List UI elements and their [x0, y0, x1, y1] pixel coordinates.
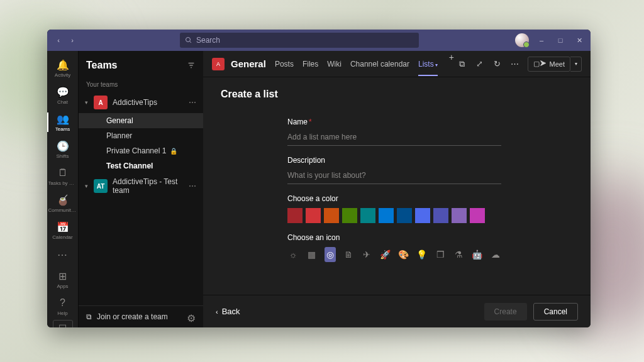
- channel-row[interactable]: Private Channel 1🔒: [79, 143, 203, 158]
- teams-panel: Teams Your teams ▾AAddictiveTips⋯General…: [79, 51, 203, 327]
- icon-option-airplane[interactable]: ✈: [361, 247, 372, 262]
- minimize-button[interactable]: –: [535, 34, 548, 47]
- team-row[interactable]: ▾AAddictiveTips⋯: [79, 92, 203, 113]
- filter-icon[interactable]: [187, 61, 196, 70]
- add-tab-button[interactable]: +: [447, 52, 457, 76]
- icon-option-cube[interactable]: ❒: [435, 247, 446, 262]
- profile-avatar[interactable]: [515, 33, 529, 47]
- svg-point-0: [186, 38, 191, 42]
- icon-option-palette[interactable]: 🎨: [398, 247, 409, 262]
- channel-row[interactable]: Test Channel: [79, 158, 203, 173]
- tab-channel-calendar[interactable]: Channel calendar: [350, 52, 409, 76]
- team-more-button[interactable]: ⋯: [189, 98, 197, 107]
- join-icon: ⧉: [86, 312, 92, 321]
- rail-label: Teams: [55, 126, 70, 132]
- nav-forward-button[interactable]: ›: [66, 34, 79, 47]
- palette-icon: 🎨: [398, 250, 409, 260]
- tab-lists[interactable]: Lists▾: [418, 52, 438, 76]
- channel-name: General: [106, 116, 133, 125]
- channel-name: Planner: [106, 131, 132, 140]
- rail-item-tasks[interactable]: 🗒Tasks by Pl...: [47, 163, 79, 190]
- rail-item-calendar[interactable]: 📅Calendar: [47, 217, 79, 244]
- lock-icon: 🔒: [170, 148, 177, 155]
- color-swatch-4[interactable]: [360, 208, 375, 223]
- nav-back-button[interactable]: ‹: [52, 34, 65, 47]
- page-title: Create a list: [221, 89, 573, 100]
- team-name: AddictiveTips: [113, 98, 189, 107]
- icon-option-calendar[interactable]: ▦: [306, 247, 317, 262]
- team-name: AddictiveTips - Test team: [113, 177, 189, 195]
- manage-teams-gear-icon[interactable]: ⚙: [187, 312, 196, 321]
- rail-item-activity[interactable]: 🔔Activity: [47, 55, 79, 82]
- icon-option-lightbulb[interactable]: 💡: [416, 247, 428, 262]
- list-name-input[interactable]: [287, 130, 501, 146]
- fullscreen-icon[interactable]: ⤢: [475, 59, 485, 69]
- icon-option-list[interactable]: ☼: [287, 247, 299, 262]
- rail-more-button[interactable]: ⋯: [57, 244, 69, 266]
- list-description-input[interactable]: [287, 168, 501, 184]
- color-swatch-9[interactable]: [452, 208, 467, 223]
- choose-icon-label: Choose an icon: [287, 233, 501, 242]
- rail-item-personal[interactable]: ▭: [53, 320, 73, 327]
- icon-option-flask[interactable]: ⚗: [453, 247, 464, 262]
- expand-tab-icon[interactable]: ⧉: [457, 59, 467, 69]
- team-avatar: AT: [94, 179, 108, 193]
- meet-dropdown-button[interactable]: ▾: [570, 57, 582, 72]
- color-swatch-8[interactable]: [433, 208, 448, 223]
- create-button[interactable]: Create: [484, 303, 527, 321]
- search-placeholder: Search: [196, 36, 220, 45]
- apps-icon: ⊞: [57, 270, 69, 282]
- rail-item-chat[interactable]: 💬Chat: [47, 82, 79, 109]
- back-button[interactable]: ‹ Back: [216, 307, 240, 316]
- channel-row[interactable]: Planner: [79, 128, 203, 143]
- team-row[interactable]: ▾ATAddictiveTips - Test team⋯: [79, 173, 203, 199]
- channel-name: Private Channel 1: [106, 146, 166, 155]
- meet-button[interactable]: ▢⮞ Meet: [528, 57, 570, 72]
- rail-item-apps[interactable]: ⊞Apps: [47, 266, 79, 293]
- tasks-icon: 🗒: [57, 167, 69, 179]
- icon-option-target[interactable]: ◎: [325, 247, 336, 262]
- icon-option-robot[interactable]: 🤖: [472, 247, 483, 262]
- list-icon: ☼: [289, 250, 297, 260]
- name-field-label: Name*: [287, 118, 501, 126]
- color-swatch-7[interactable]: [415, 208, 430, 223]
- join-create-team-button[interactable]: ⧉ Join or create a team: [86, 312, 187, 321]
- color-swatch-10[interactable]: [470, 208, 485, 223]
- search-input[interactable]: Search: [180, 33, 419, 48]
- maximize-button[interactable]: □: [554, 34, 567, 47]
- rail-item-communities[interactable]: 🧉Communities: [47, 190, 79, 217]
- tab-files[interactable]: Files: [303, 52, 318, 76]
- tab-wiki[interactable]: Wiki: [327, 52, 341, 76]
- channel-avatar: A: [212, 58, 225, 70]
- team-more-button[interactable]: ⋯: [189, 182, 197, 190]
- search-icon: [185, 36, 192, 44]
- cancel-button[interactable]: Cancel: [533, 303, 578, 321]
- color-swatch-0[interactable]: [287, 208, 303, 223]
- rail-label: Activity: [55, 72, 70, 78]
- color-swatch-6[interactable]: [397, 208, 412, 223]
- color-swatch-1[interactable]: [306, 208, 321, 223]
- color-swatch-2[interactable]: [324, 208, 339, 223]
- color-swatch-5[interactable]: [379, 208, 394, 223]
- close-button[interactable]: ✕: [573, 34, 586, 47]
- channel-row[interactable]: General: [79, 113, 203, 128]
- choose-color-label: Choose a color: [287, 194, 501, 203]
- icon-option-cloud[interactable]: ☁: [490, 247, 501, 262]
- chevron-left-icon: ‹: [216, 308, 218, 315]
- icon-option-clipboard[interactable]: 🗎: [343, 247, 354, 262]
- channel-title: General: [231, 58, 266, 69]
- teams-window: ‹ › Search – □ ✕ 🔔Activity💬Chat👥Teams🕒Sh…: [47, 30, 591, 327]
- svg-line-1: [190, 41, 192, 43]
- rail-item-help[interactable]: ?Help: [47, 293, 79, 320]
- color-swatch-3[interactable]: [342, 208, 357, 223]
- calendar-icon: ▦: [308, 250, 316, 260]
- more-options-icon[interactable]: ⋯: [510, 59, 520, 69]
- reload-icon[interactable]: ↻: [492, 59, 502, 69]
- chevron-down-icon: ▾: [85, 183, 91, 189]
- rail-item-teams[interactable]: 👥Teams: [47, 109, 79, 136]
- rail-item-shifts[interactable]: 🕒Shifts: [47, 136, 79, 163]
- target-icon: ◎: [326, 250, 334, 260]
- icon-option-rocket[interactable]: 🚀: [379, 247, 391, 262]
- tab-posts[interactable]: Posts: [275, 52, 294, 76]
- chevron-down-icon: ▾: [85, 99, 91, 106]
